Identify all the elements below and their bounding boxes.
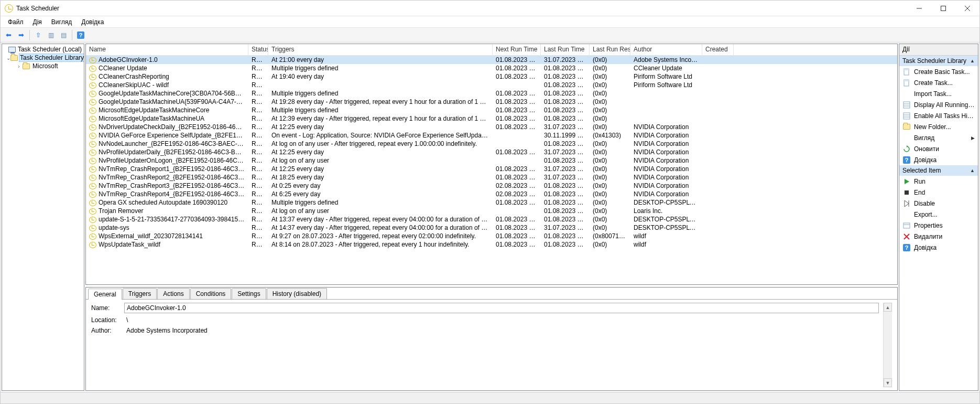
col-next[interactable]: Next Run Time	[493, 44, 541, 55]
task-row[interactable]: NvTmRep_CrashReport3_{B2FE1952-0186-46C3…	[86, 182, 897, 190]
action-item[interactable]: Вигляд▶	[899, 132, 978, 143]
scroll-down-button[interactable]: ▼	[884, 378, 892, 387]
tree-library[interactable]: ⌄ Task Scheduler Library	[2, 54, 84, 62]
tree-microsoft[interactable]: › Microsoft	[2, 62, 84, 70]
menu-file[interactable]: Файл	[4, 17, 28, 27]
details-scrollbar[interactable]: ▲ ▼	[883, 303, 892, 387]
action-item[interactable]: Видалити	[899, 231, 978, 242]
menu-help[interactable]: Довідка	[77, 17, 108, 27]
task-icon	[89, 200, 96, 206]
action-item[interactable]: Create Task...	[899, 77, 978, 88]
tab-settings[interactable]: Settings	[232, 288, 266, 299]
plain-icon	[902, 90, 911, 98]
help-icon	[902, 243, 911, 252]
actions-group-library[interactable]: Task Scheduler Library ▲	[899, 56, 978, 66]
tab-triggers[interactable]: Triggers	[123, 288, 157, 299]
forward-button[interactable]	[15, 29, 27, 41]
task-body[interactable]: AdobeGCInvoker-1.0ReadyAt 21:00 every da…	[86, 56, 897, 284]
task-row[interactable]: update-S-1-5-21-733536417-2770364093-398…	[86, 215, 897, 224]
task-row[interactable]: NvTmRep_CrashReport4_{B2FE1952-0186-46C3…	[86, 190, 897, 198]
grid-icon	[902, 101, 911, 109]
col-name[interactable]: Name	[86, 44, 248, 55]
scroll-up-button[interactable]: ▲	[884, 303, 892, 312]
panel-toggle-2[interactable]	[58, 29, 69, 41]
task-row[interactable]: Opera GX scheduled Autoupdate 1690390120…	[86, 198, 897, 207]
close-button[interactable]	[955, 1, 979, 16]
doc-icon	[902, 79, 911, 87]
col-last[interactable]: Last Run Time	[541, 44, 590, 55]
task-row[interactable]: NvProfileUpdaterOnLogon_{B2FE1952-0186-4…	[86, 156, 897, 165]
task-result: (0x0)	[590, 190, 630, 198]
task-triggers: At 21:00 every day	[268, 56, 493, 63]
task-author: Piriform Software Ltd	[630, 81, 702, 89]
col-status[interactable]: Status	[248, 44, 268, 55]
task-row[interactable]: WpsExternal_wildf_20230728134141ReadyAt …	[86, 232, 897, 240]
input-name[interactable]	[124, 303, 879, 313]
task-row[interactable]: CCleanerCrashReportingReadyAt 19:40 ever…	[86, 72, 897, 81]
action-label: New Folder...	[914, 123, 975, 131]
action-item[interactable]: Run	[899, 176, 978, 187]
tab-conditions[interactable]: Conditions	[190, 288, 232, 299]
task-row[interactable]: NVIDIA GeForce Experience SelfUpdate_{B2…	[86, 131, 897, 140]
panel-toggle-1[interactable]	[45, 29, 57, 41]
task-name: GoogleUpdateTaskMachineCore{3CB0A704-56B…	[99, 90, 248, 97]
action-item[interactable]: Import Task...	[899, 88, 978, 99]
action-label: Enable All Tasks History	[914, 112, 975, 120]
task-row[interactable]: NvDriverUpdateCheckDaily_{B2FE1952-0186-…	[86, 123, 897, 131]
actions-group-selected[interactable]: Selected Item ▲	[899, 165, 978, 176]
task-row[interactable]: Trojan RemoverReadyAt log on of any user…	[86, 207, 897, 215]
action-item[interactable]: Display All Running Ta...	[899, 99, 978, 110]
action-item[interactable]: End	[899, 187, 978, 198]
task-row[interactable]: NvProfileUpdaterDaily_{B2FE1952-0186-46C…	[86, 148, 897, 156]
action-item[interactable]: Довідка	[899, 242, 978, 253]
task-row[interactable]: GoogleUpdateTaskMachineUA{539F90AA-C4A7-…	[86, 98, 897, 106]
back-button[interactable]	[3, 29, 14, 41]
tab-actions[interactable]: Actions	[157, 288, 189, 299]
task-row[interactable]: MicrosoftEdgeUpdateTaskMachineUAReadyAt …	[86, 114, 897, 123]
tree-panel[interactable]: Task Scheduler (Local) ⌄ Task Scheduler …	[2, 44, 84, 391]
tab-general[interactable]: General	[88, 289, 122, 300]
action-item[interactable]: Enable All Tasks History	[899, 110, 978, 121]
help-button[interactable]	[75, 29, 86, 41]
action-item[interactable]: New Folder...	[899, 121, 978, 132]
task-name: update-S-1-5-21-733536417-2770364093-398…	[99, 216, 248, 223]
task-result: (0x0)	[590, 174, 630, 181]
tab-history[interactable]: History (disabled)	[267, 288, 327, 299]
task-next: 01.08.2023 12:25:13	[493, 165, 541, 173]
task-author: NVIDIA Corporation	[630, 174, 702, 181]
task-row[interactable]: MicrosoftEdgeUpdateTaskMachineCoreReadyM…	[86, 106, 897, 114]
folder-icon	[22, 62, 30, 70]
task-result: (0x800710E0)	[590, 232, 630, 240]
col-author[interactable]: Author	[630, 44, 702, 55]
expander-icon[interactable]: ›	[16, 63, 22, 69]
action-item[interactable]: Оновити	[899, 143, 978, 154]
action-item[interactable]: Create Basic Task...	[899, 66, 978, 77]
expander-icon[interactable]: ⌄	[6, 55, 10, 61]
action-item[interactable]: Довідка	[899, 154, 978, 165]
task-row[interactable]: NvNodeLauncher_{B2FE1952-0186-46C3-BAEC-…	[86, 140, 897, 148]
task-row[interactable]: CCleaner UpdateReadyMultiple triggers de…	[86, 64, 897, 72]
task-result: (0x0)	[590, 98, 630, 105]
task-row[interactable]: CCleanerSkipUAC - wildfReady01.08.2023 1…	[86, 81, 897, 89]
tree-root[interactable]: Task Scheduler (Local)	[2, 45, 84, 54]
menu-action[interactable]: Дія	[29, 17, 46, 27]
up-button[interactable]	[32, 29, 44, 41]
action-item[interactable]: Disable	[899, 198, 978, 209]
task-row[interactable]: GoogleUpdateTaskMachineCore{3CB0A704-56B…	[86, 89, 897, 98]
task-row[interactable]: update-sysReadyAt 14:37 every day - Afte…	[86, 224, 897, 232]
col-result[interactable]: Last Run Result	[590, 44, 630, 55]
task-row[interactable]: NvTmRep_CrashReport2_{B2FE1952-0186-46C3…	[86, 173, 897, 182]
col-created[interactable]: Created	[702, 44, 734, 55]
svg-rect-8	[903, 102, 910, 108]
menu-view[interactable]: Вигляд	[47, 17, 76, 27]
action-item[interactable]: Export...	[899, 209, 978, 220]
task-row[interactable]: NvTmRep_CrashReport1_{B2FE1952-0186-46C3…	[86, 165, 897, 173]
task-row[interactable]: WpsUpdateTask_wildfReadyAt 8:14 on 28.07…	[86, 240, 897, 249]
action-item[interactable]: Properties	[899, 220, 978, 231]
maximize-button[interactable]	[931, 1, 955, 16]
task-status: Ready	[248, 148, 268, 156]
task-row[interactable]: AdobeGCInvoker-1.0ReadyAt 21:00 every da…	[86, 56, 897, 64]
minimize-button[interactable]	[907, 1, 931, 16]
col-triggers[interactable]: Triggers	[268, 44, 493, 55]
task-author: NVIDIA Corporation	[630, 148, 702, 156]
